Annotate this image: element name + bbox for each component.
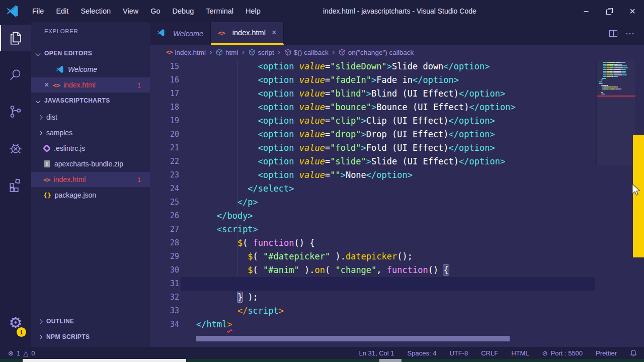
menu-item-go[interactable]: Go xyxy=(144,0,166,22)
status-item-utf-8[interactable]: UTF-8 xyxy=(449,349,468,357)
code-line-26[interactable]: 26 </body> xyxy=(150,209,595,223)
code-line-23[interactable]: 23 <option value="">None</option> xyxy=(150,168,595,182)
code-line-27[interactable]: 27 <script> xyxy=(150,223,595,236)
status-item-prettier[interactable]: Prettier xyxy=(596,349,617,357)
line-number: 20 xyxy=(150,128,179,141)
minimap-line xyxy=(613,69,621,70)
status-item-bell[interactable] xyxy=(630,349,637,357)
line-content: <option value="clip">Clip (UI Effect)</o… xyxy=(196,114,495,128)
sidebar-section-npm-scripts[interactable]: NPM SCRIPTS xyxy=(31,330,150,344)
minimap-line xyxy=(606,85,608,86)
project-folder-header[interactable]: JAVASCRIPTCHARTS xyxy=(31,94,150,108)
code-line-33[interactable]: 33 </script> xyxy=(150,304,595,318)
code-line-21[interactable]: 21 <option value="fold">Fold (UI Effect)… xyxy=(150,141,595,155)
code-line-28[interactable]: 28 $( function() { xyxy=(150,236,595,250)
settings-badge: 1 xyxy=(17,327,26,337)
line-number: 15 xyxy=(150,60,179,73)
code-editor[interactable]: 15 <option value="slideDown">Slide down<… xyxy=(150,60,644,347)
code-line-31[interactable]: 31 xyxy=(150,277,595,291)
explorer-icon[interactable] xyxy=(0,25,31,51)
restore-button[interactable] xyxy=(598,0,621,22)
menu-item-help[interactable]: Help xyxy=(239,0,267,22)
code-line-34[interactable]: 34</html> xyxy=(150,318,595,331)
close-button[interactable]: × xyxy=(621,0,644,22)
blocked-icon: ⊘ xyxy=(542,349,548,357)
minimap-line xyxy=(599,81,602,82)
problems-warnings[interactable]: △ 0 xyxy=(23,349,35,357)
code-line-18[interactable]: 18 <option value="bounce">Bounce (UI Eff… xyxy=(150,101,595,114)
file-item-package-json[interactable]: {}package.json xyxy=(31,188,150,203)
code-line-32[interactable]: 32 } ); xyxy=(150,291,595,304)
code-line-22[interactable]: 22 <option value="slide">Slide (UI Effec… xyxy=(150,155,595,168)
close-editor-icon[interactable]: × xyxy=(44,80,49,89)
menu-item-edit[interactable]: Edit xyxy=(50,0,74,22)
line-content: $( "#datepicker" ).datepicker(); xyxy=(196,250,413,263)
problems-errors[interactable]: ⊗ 1 xyxy=(8,349,20,357)
status-item-port-5500[interactable]: ⊘Port : 5500 xyxy=(542,349,583,357)
minimap[interactable] xyxy=(596,60,635,165)
minimap-line xyxy=(603,64,607,65)
minimap-line xyxy=(610,64,614,65)
open-editors-header[interactable]: OPEN EDITORS xyxy=(31,46,150,60)
status-item-spaces-4[interactable]: Spaces: 4 xyxy=(408,349,437,357)
minimap-line xyxy=(622,74,627,75)
code-line-30[interactable]: 30 $( "#anim" ).on( "change", function()… xyxy=(150,263,595,277)
minimap-line xyxy=(614,65,622,66)
vertical-scrollbar[interactable] xyxy=(633,135,644,257)
status-item-crlf[interactable]: CRLF xyxy=(481,349,498,357)
menu-item-file[interactable]: File xyxy=(26,0,50,22)
file-item-index-html[interactable]: <>index.html1 xyxy=(31,172,150,187)
menu-item-view[interactable]: View xyxy=(117,0,144,22)
code-line-19[interactable]: 19 <option value="clip">Clip (UI Effect)… xyxy=(150,114,595,128)
code-line-16[interactable]: 16 <option value="fadeIn">Fade in</optio… xyxy=(150,73,595,87)
video-progress-bar[interactable] xyxy=(0,359,644,362)
breadcrumb-item[interactable]: html xyxy=(216,49,238,56)
minimap-line xyxy=(610,65,613,66)
minimap-line xyxy=(613,72,621,73)
code-line-15[interactable]: 15 <option value="slideDown">Slide down<… xyxy=(150,60,595,73)
breadcrumb-item[interactable]: <>index.html xyxy=(166,49,206,56)
minimap-line xyxy=(621,71,626,72)
code-line-17[interactable]: 17 <option value="blind">Blind (UI Effec… xyxy=(150,87,595,101)
minimap-line xyxy=(610,74,613,75)
file-item--eslintrc-js[interactable]: .eslintrc.js xyxy=(31,141,150,156)
menu-item-debug[interactable]: Debug xyxy=(167,0,200,22)
sidebar-section-outline[interactable]: OUTLINE xyxy=(31,314,150,328)
open-editor-index-html[interactable]: ×<>index.html1 xyxy=(31,77,150,93)
close-tab-icon[interactable]: × xyxy=(272,28,276,37)
line-number: 29 xyxy=(150,250,179,263)
file-item-dist[interactable]: dist xyxy=(31,110,150,125)
breadcrumb-separator: › xyxy=(209,48,212,57)
code-line-29[interactable]: 29 $( "#datepicker" ).datepicker(); xyxy=(150,250,595,263)
file-item-samples[interactable]: samples xyxy=(31,125,150,140)
file-item-apexcharts-bundle-zip[interactable]: apexcharts-bundle.zip xyxy=(31,156,150,171)
minimap-line xyxy=(614,67,623,68)
html-file-icon: <> xyxy=(218,29,225,37)
horizontal-scrollbar[interactable] xyxy=(196,336,510,341)
code-line-25[interactable]: 25 </p> xyxy=(150,196,595,209)
minimap-line xyxy=(621,62,625,63)
breadcrumb-item[interactable]: on("change") callback xyxy=(339,49,414,56)
source-control-icon[interactable] xyxy=(0,99,31,125)
search-icon[interactable] xyxy=(0,62,31,88)
tab-welcome[interactable]: Welcome xyxy=(150,22,211,45)
debug-icon[interactable] xyxy=(0,135,31,161)
split-editor-icon[interactable] xyxy=(609,30,617,37)
tab-index-html[interactable]: <>index.html× xyxy=(211,22,284,45)
status-item-ln-31-col-1[interactable]: Ln 31, Col 1 xyxy=(359,349,394,357)
menu-item-terminal[interactable]: Terminal xyxy=(200,0,239,22)
status-item-html[interactable]: HTML xyxy=(511,349,529,357)
menu-item-selection[interactable]: Selection xyxy=(74,0,117,22)
more-actions-icon[interactable]: ⋯ xyxy=(625,28,635,39)
code-line-24[interactable]: 24 </select> xyxy=(150,182,595,196)
minimize-button[interactable]: – xyxy=(575,0,598,22)
extensions-icon[interactable] xyxy=(0,172,31,198)
settings-gear-button[interactable]: ⚙ 1 xyxy=(0,310,31,336)
breadcrumb-item[interactable]: script xyxy=(249,49,274,56)
line-content: <option value="drop">Drop (UI Effect)</o… xyxy=(196,128,495,141)
breadcrumb-item[interactable]: $() callback xyxy=(284,49,329,56)
code-line-20[interactable]: 20 <option value="drop">Drop (UI Effect)… xyxy=(150,128,595,141)
open-editor-welcome[interactable]: Welcome xyxy=(31,62,150,77)
line-content: <option value="slide">Slide (UI Effect)<… xyxy=(196,155,505,168)
minimap-line xyxy=(613,76,618,77)
